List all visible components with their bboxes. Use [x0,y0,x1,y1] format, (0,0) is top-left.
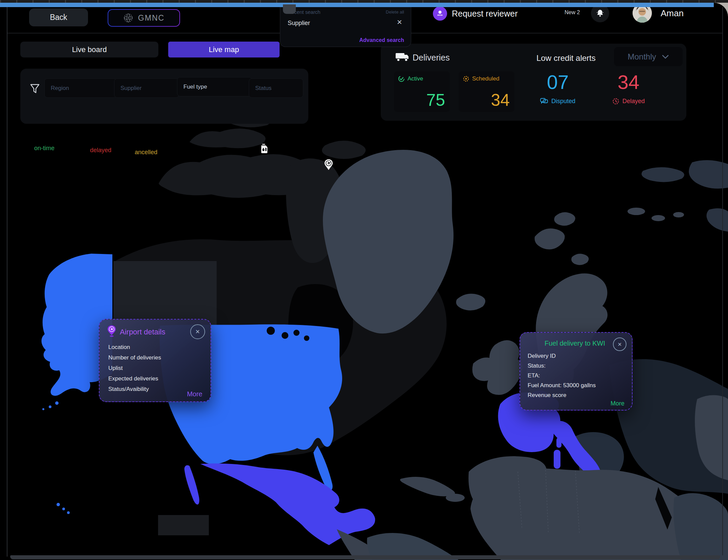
window-tick-strip [0,0,728,3]
hawaii-islands [57,503,70,514]
low-credit-alerts-title: Low credit alerts [536,53,596,63]
fuel-popup-more-link[interactable]: More [611,400,624,407]
back-label: Back [50,13,67,22]
legend-cancelled: ancelled [135,149,157,156]
brand-button[interactable]: GMNC [108,9,180,27]
disputed-value: 07 [526,71,590,93]
fuel-popup-item: Delivery ID [528,351,596,361]
active-card[interactable]: Active 75 [394,71,450,112]
fuel-popup-close-icon[interactable]: × [613,337,626,351]
gear-icon [463,75,469,82]
fuel-canister-marker[interactable] [260,143,268,155]
notifications-new-count: New 2 [565,9,580,16]
filter-region-select[interactable]: Region [44,78,117,98]
back-button[interactable]: Back [29,8,88,26]
filter-status-select[interactable]: Status [249,78,303,98]
window-left-edge [7,7,7,557]
chat-bubbles-icon [540,98,548,104]
airport-pin-marker[interactable] [324,159,333,172]
globe-icon [123,13,133,23]
filter-supplier-label: Supplier [120,85,141,92]
reviewer-icon [433,6,447,21]
fuel-popup-title: Fuel delivery to KWI [545,340,605,347]
airport-popup-item: Expected deliveries [108,373,161,384]
delayed-stat: 34 Delayed [596,71,661,105]
fuel-popup-item: Fuel Amount: 53000 gallns [528,380,596,390]
remove-search-icon[interactable]: × [397,18,402,26]
live-map-dashboard: Back GMNC Request reviewer New 2 [0,0,728,560]
airport-popup-more-link[interactable]: More [187,390,202,398]
legend-delayed: delayed [90,147,111,154]
deliveries-panel: Deliveries Low credit alerts Monthly Act… [381,44,686,121]
scheduled-value: 34 [491,90,510,110]
disputed-stat: 07 Disputed [526,71,590,105]
advanced-search-link[interactable]: Advanced search [359,37,404,43]
fuel-popup-item: Revenue score [528,390,596,400]
siberia-coast [642,160,728,232]
active-label: Active [407,75,423,82]
request-reviewer-label: Request reviewer [452,9,518,19]
aleutian-islands [42,401,59,410]
legend-on-time: on-time [34,145,54,152]
window-top-bar [0,3,728,7]
airport-popup-item: Number of deliveries [108,352,161,363]
airport-popup-item: Uplist [108,363,161,373]
disputed-label: Disputed [551,98,575,105]
filter-panel: Region Supplier Fuel type Status [20,69,308,124]
window-tab-notch[interactable] [283,4,296,14]
check-circle-icon [398,75,405,82]
filter-fuel-type-label: Fuel type [183,84,207,90]
delayed-clock-icon [612,98,619,105]
truck-icon [395,52,410,63]
filter-icon [30,84,40,94]
recent-search-popup: Recent search Delete all Supplier × Adva… [280,5,411,47]
delayed-value: 34 [596,71,661,93]
region-arabia [674,493,728,560]
tab-live-board[interactable]: Live board [20,42,158,57]
country-mexico[interactable] [200,463,375,545]
scheduled-label: Scheduled [472,75,499,82]
tab-live-board-label: Live board [72,45,107,54]
country-iceland [456,294,486,311]
scheduled-card[interactable]: Scheduled 34 [459,71,514,112]
northern-islands [535,208,684,265]
region-uk-ireland [472,340,523,395]
active-value: 75 [426,90,445,110]
filter-fuel-type-select[interactable]: Fuel type [177,77,252,96]
delete-all-button[interactable]: Delete all [386,9,404,15]
recent-search-item[interactable]: Supplier [288,20,310,27]
airport-popup-close-icon[interactable]: × [190,324,205,339]
deliveries-title: Deliveries [413,53,450,63]
tab-live-map-label: Live map [209,45,239,54]
mexico-baja[interactable] [184,465,199,505]
user-name: Aman [661,8,684,19]
filter-region-label: Region [51,85,69,92]
airport-details-popup: Airport details × Location Number of del… [99,319,211,402]
fuel-delivery-popup: Fuel delivery to KWI × Delivery ID Statu… [520,332,633,411]
filter-supplier-select[interactable]: Supplier [114,78,179,98]
window-corner [714,3,728,22]
fuel-popup-item: ETA: [528,371,596,380]
chevron-down-icon [662,54,669,59]
airport-popup-title: Airport details [120,328,166,336]
airport-popup-item: Location [108,342,161,352]
bell-icon [596,9,604,17]
delayed-label: Delayed [622,98,645,105]
brand-label: GMNC [138,14,164,23]
map-placeholder-rect [158,515,209,535]
airport-pin-icon [107,325,116,337]
window-right-edge [722,7,723,555]
period-value: Monthly [627,52,656,62]
filter-status-label: Status [255,85,271,92]
airport-popup-item: Status/Avaibility [108,384,161,394]
request-reviewer[interactable]: Request reviewer [433,6,518,21]
fuel-popup-item: Status: [528,361,596,371]
period-dropdown[interactable]: Monthly [614,47,683,66]
tab-live-map[interactable]: Live map [168,42,280,57]
window-bottom-bar[interactable] [10,555,720,559]
